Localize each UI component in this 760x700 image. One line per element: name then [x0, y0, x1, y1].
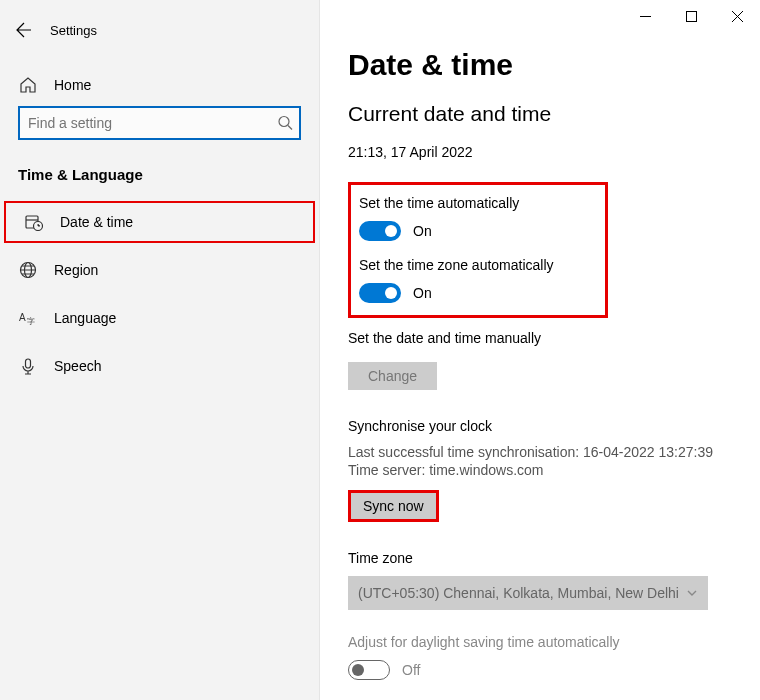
sidebar-item-language[interactable]: A字 Language	[0, 297, 319, 339]
svg-point-0	[279, 117, 289, 127]
calendar-clock-icon	[24, 212, 44, 232]
search-icon	[278, 116, 293, 131]
search-wrap	[0, 106, 319, 158]
dst-state: Off	[402, 662, 420, 678]
auto-tz-toggle[interactable]	[359, 283, 401, 303]
auto-time-state: On	[413, 223, 432, 239]
language-icon: A字	[18, 308, 38, 328]
app-title: Settings	[50, 23, 97, 38]
back-arrow-icon	[16, 22, 32, 38]
back-button[interactable]	[4, 14, 44, 46]
titlebar: Settings	[0, 8, 319, 64]
auto-time-toggle[interactable]	[359, 221, 401, 241]
sync-server: Time server: time.windows.com	[348, 462, 740, 478]
minimize-icon	[640, 11, 651, 22]
microphone-icon	[18, 356, 38, 376]
current-datetime: 21:13, 17 April 2022	[348, 144, 740, 160]
sidebar-item-label: Region	[54, 262, 98, 278]
svg-rect-8	[686, 11, 696, 21]
auto-settings-highlight: Set the time automatically On Set the ti…	[348, 182, 608, 318]
dst-toggle	[348, 660, 390, 680]
sidebar-item-label: Language	[54, 310, 116, 326]
sidebar-item-region[interactable]: Region	[0, 249, 319, 291]
auto-tz-state: On	[413, 285, 432, 301]
sync-heading: Synchronise your clock	[348, 418, 740, 434]
sync-last: Last successful time synchronisation: 16…	[348, 444, 740, 460]
auto-time-block: Set the time automatically On	[359, 195, 593, 241]
page-title: Date & time	[348, 48, 740, 82]
window-controls	[622, 0, 760, 32]
home-icon	[18, 75, 38, 95]
timezone-heading: Time zone	[348, 550, 740, 566]
manual-block: Set the date and time manually Change	[348, 330, 740, 390]
close-button[interactable]	[714, 0, 760, 32]
timezone-select: (UTC+05:30) Chennai, Kolkata, Mumbai, Ne…	[348, 576, 708, 610]
sync-now-button[interactable]: Sync now	[351, 493, 436, 519]
search-input[interactable]	[18, 106, 301, 140]
sidebar-item-date-time[interactable]: Date & time	[4, 201, 315, 243]
maximize-icon	[686, 11, 697, 22]
minimize-button[interactable]	[622, 0, 668, 32]
maximize-button[interactable]	[668, 0, 714, 32]
globe-icon	[18, 260, 38, 280]
auto-tz-label: Set the time zone automatically	[359, 257, 593, 273]
home-label: Home	[54, 77, 91, 93]
home-nav[interactable]: Home	[0, 64, 319, 106]
sync-block: Synchronise your clock Last successful t…	[348, 418, 740, 522]
sidebar: Settings Home Time & Language Date & tim…	[0, 0, 320, 700]
sidebar-item-label: Speech	[54, 358, 101, 374]
timezone-value: (UTC+05:30) Chennai, Kolkata, Mumbai, Ne…	[358, 585, 679, 601]
timezone-block: Time zone (UTC+05:30) Chennai, Kolkata, …	[348, 550, 740, 610]
content: Date & time Current date and time 21:13,…	[320, 0, 760, 680]
auto-tz-block: Set the time zone automatically On	[359, 257, 593, 303]
sidebar-item-speech[interactable]: Speech	[0, 345, 319, 387]
auto-time-label: Set the time automatically	[359, 195, 593, 211]
current-heading: Current date and time	[348, 102, 740, 126]
sidebar-item-label: Date & time	[60, 214, 133, 230]
manual-label: Set the date and time manually	[348, 330, 740, 346]
close-icon	[732, 11, 743, 22]
svg-text:字: 字	[27, 317, 35, 326]
change-button: Change	[348, 362, 437, 390]
svg-rect-7	[26, 359, 31, 368]
category-header: Time & Language	[0, 158, 319, 201]
dst-block: Adjust for daylight saving time automati…	[348, 634, 740, 680]
svg-text:A: A	[19, 312, 26, 323]
dst-label: Adjust for daylight saving time automati…	[348, 634, 740, 650]
sync-highlight: Sync now	[348, 490, 439, 522]
main-panel: Date & time Current date and time 21:13,…	[320, 0, 760, 700]
chevron-down-icon	[686, 587, 698, 599]
